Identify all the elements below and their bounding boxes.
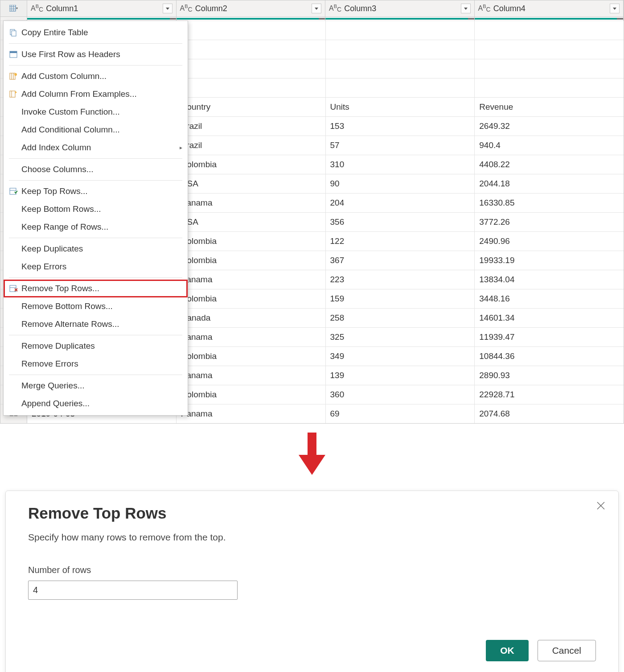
cell[interactable]: 57	[326, 136, 475, 155]
filter-dropdown[interactable]	[610, 4, 620, 13]
cell[interactable]: Colombia	[177, 347, 326, 366]
menu-item-choose-columns[interactable]: Choose Columns...	[4, 161, 188, 178]
cell[interactable]: 367	[326, 251, 475, 270]
cell[interactable]: 258	[326, 309, 475, 327]
cell[interactable]: USA	[177, 174, 326, 193]
menu-item-remove-alternate-rows[interactable]: Remove Alternate Rows...	[4, 315, 188, 333]
column-name: Column1	[46, 4, 162, 13]
menu-item-add-custom-column[interactable]: Add Custom Column...	[4, 67, 188, 85]
cell[interactable]: Brazil	[177, 136, 326, 155]
cell[interactable]: Panama	[177, 404, 326, 423]
cell[interactable]: Revenue	[475, 98, 624, 116]
cell[interactable]: Colombia	[177, 155, 326, 174]
cell[interactable]: 356	[326, 213, 475, 231]
cell[interactable]: 122	[326, 232, 475, 251]
cell[interactable]: 69	[326, 404, 475, 423]
cell[interactable]	[177, 78, 326, 97]
cell[interactable]: 349	[326, 347, 475, 366]
ok-button[interactable]: OK	[486, 640, 529, 661]
close-button[interactable]	[596, 501, 606, 512]
cell[interactable]: 90	[326, 174, 475, 193]
cell[interactable]: 159	[326, 289, 475, 308]
cell[interactable]: 14601.34	[475, 309, 624, 327]
column-header-2[interactable]: ABC Column2	[177, 0, 326, 16]
menu-item-keep-bottom-rows[interactable]: Keep Bottom Rows...	[4, 200, 188, 218]
cell[interactable]: Panama	[177, 270, 326, 289]
cell[interactable]: 4408.22	[475, 155, 624, 174]
filter-dropdown[interactable]	[461, 4, 471, 13]
cell[interactable]	[177, 40, 326, 59]
cell[interactable]: 16330.85	[475, 194, 624, 212]
menu-separator	[9, 43, 182, 44]
column-header-1[interactable]: ABC Column1	[27, 0, 177, 16]
menu-item-remove-top-rows[interactable]: Remove Top Rows...	[4, 280, 188, 297]
menu-item-keep-duplicates[interactable]: Keep Duplicates	[4, 240, 188, 258]
cell[interactable]: Panama	[177, 366, 326, 385]
menu-item-use-first-row-as-headers[interactable]: Use First Row as Headers	[4, 45, 188, 63]
cell[interactable]: 2044.18	[475, 174, 624, 193]
cell[interactable]	[475, 59, 624, 78]
filter-dropdown[interactable]	[163, 4, 172, 13]
menu-item-merge-queries[interactable]: Merge Queries...	[4, 377, 188, 395]
header-row: ABC Column1 ABC Column2 ABC Column3 ABC …	[0, 0, 624, 17]
cell[interactable]: Panama	[177, 328, 326, 346]
cell[interactable]: Panama	[177, 194, 326, 212]
cell[interactable]: 940.4	[475, 136, 624, 155]
cell[interactable]: 2649.32	[475, 117, 624, 136]
cell[interactable]: 13834.04	[475, 270, 624, 289]
cell[interactable]	[326, 59, 475, 78]
cell[interactable]	[475, 78, 624, 97]
menu-item-append-queries[interactable]: Append Queries...	[4, 395, 188, 412]
menu-item-keep-range-of-rows[interactable]: Keep Range of Rows...	[4, 218, 188, 236]
cell[interactable]	[475, 21, 624, 40]
cell[interactable]: 325	[326, 328, 475, 346]
cell[interactable]: 3772.26	[475, 213, 624, 231]
menu-item-add-index-column[interactable]: Add Index Column▸	[4, 139, 188, 157]
cell[interactable]: USA	[177, 213, 326, 231]
cell[interactable]: 139	[326, 366, 475, 385]
menu-item-invoke-custom-function[interactable]: Invoke Custom Function...	[4, 103, 188, 121]
cell[interactable]: 10844.36	[475, 347, 624, 366]
cell[interactable]: 204	[326, 194, 475, 212]
cell[interactable]: Country	[177, 98, 326, 116]
cell[interactable]: 2074.68	[475, 404, 624, 423]
menu-item-keep-errors[interactable]: Keep Errors	[4, 258, 188, 276]
cell[interactable]	[177, 59, 326, 78]
cell[interactable]	[475, 40, 624, 59]
menu-item-remove-errors[interactable]: Remove Errors	[4, 355, 188, 373]
cell[interactable]: Brazil	[177, 117, 326, 136]
cancel-button[interactable]: Cancel	[538, 640, 596, 661]
cell[interactable]: 22928.71	[475, 385, 624, 404]
cell[interactable]: 3448.16	[475, 289, 624, 308]
cell[interactable]: 19933.19	[475, 251, 624, 270]
cell[interactable]	[326, 78, 475, 97]
cell[interactable]	[326, 21, 475, 40]
cell[interactable]: 310	[326, 155, 475, 174]
menu-item-copy-entire-table[interactable]: Copy Entire Table	[4, 24, 188, 41]
cell[interactable]: 223	[326, 270, 475, 289]
menu-item-add-conditional-column[interactable]: Add Conditional Column...	[4, 121, 188, 139]
column-header-3[interactable]: ABC Column3	[325, 0, 475, 16]
cell[interactable]: Canada	[177, 309, 326, 327]
menu-item-keep-top-rows[interactable]: Keep Top Rows...	[4, 182, 188, 200]
number-of-rows-input[interactable]	[28, 581, 238, 600]
column-header-4[interactable]: ABC Column4	[475, 0, 624, 16]
cell[interactable]: Colombia	[177, 232, 326, 251]
cell[interactable]	[326, 40, 475, 59]
menu-item-label: Remove Top Rows...	[21, 284, 182, 293]
cell[interactable]: 2490.96	[475, 232, 624, 251]
menu-item-add-column-from-examples[interactable]: Add Column From Examples...	[4, 85, 188, 103]
filter-dropdown[interactable]	[312, 4, 321, 13]
cell[interactable]: 2890.93	[475, 366, 624, 385]
menu-item-remove-bottom-rows[interactable]: Remove Bottom Rows...	[4, 297, 188, 315]
cell[interactable]: Colombia	[177, 289, 326, 308]
menu-item-remove-duplicates[interactable]: Remove Duplicates	[4, 337, 188, 355]
cell[interactable]: 360	[326, 385, 475, 404]
cell[interactable]: 153	[326, 117, 475, 136]
cell[interactable]	[177, 21, 326, 40]
cell[interactable]: Units	[326, 98, 475, 116]
table-menu-button[interactable]	[0, 0, 27, 16]
cell[interactable]: Colombia	[177, 251, 326, 270]
cell[interactable]: 11939.47	[475, 328, 624, 346]
cell[interactable]: Colombia	[177, 385, 326, 404]
